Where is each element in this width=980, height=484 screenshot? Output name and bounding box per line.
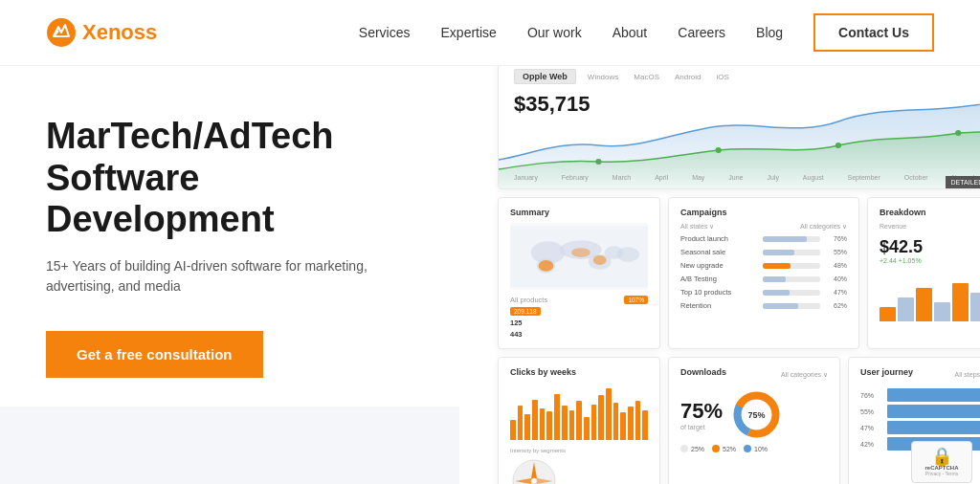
svg-point-16 <box>539 259 554 271</box>
campaign-row: New upgrade 48% <box>680 261 847 270</box>
charts-row-2: Summary <box>498 197 980 349</box>
downloads-donut: 75% of target 75% <box>680 388 828 441</box>
campaign-row: Retention 62% <box>680 301 847 310</box>
summary-card: Summary <box>498 197 660 349</box>
cta-button[interactable]: Get a free consultation <box>46 331 263 378</box>
svg-point-17 <box>571 248 590 257</box>
platform-windows[interactable]: Windows <box>588 73 618 81</box>
svg-point-7 <box>835 143 841 148</box>
svg-point-18 <box>593 255 607 265</box>
campaign-row: Top 10 products 47% <box>680 288 847 297</box>
world-map-svg <box>510 226 648 288</box>
user-journey-title: User journey <box>860 367 913 377</box>
platform-ios[interactable]: iOS <box>717 73 729 81</box>
downloads-pct: 75% <box>680 399 723 424</box>
main-content: MarTech/AdTech Software Development 15+ … <box>0 66 980 484</box>
logo[interactable]: Xenoss <box>46 17 157 48</box>
svg-text:75%: 75% <box>748 410 766 420</box>
clicks-bar-chart <box>510 383 648 440</box>
recaptcha-badge: 🔒 reCAPTCHA Privacy - Terms <box>911 441 972 483</box>
metric-row: 443 <box>510 330 648 339</box>
nav-about[interactable]: About <box>612 25 648 40</box>
svg-point-8 <box>955 130 961 136</box>
header: Xenoss Services Expertise Our work About… <box>0 0 980 66</box>
campaigns-title: Campaigns <box>680 208 847 217</box>
platform-android[interactable]: Android <box>675 73 702 81</box>
svg-point-24 <box>531 478 537 484</box>
nav-our-work[interactable]: Our work <box>527 25 582 40</box>
svg-point-5 <box>595 159 601 165</box>
campaign-row: A/B Testing 40% <box>680 275 847 283</box>
dashboard-section: Opple Web Windows MacOS Android iOS $35,… <box>459 66 980 484</box>
hero-section: MarTech/AdTech Software Development 15+ … <box>0 66 459 484</box>
downloads-title: Downloads <box>680 367 726 377</box>
contact-us-button[interactable]: Contact Us <box>813 13 934 52</box>
logo-icon <box>46 17 77 48</box>
platform-macos[interactable]: MacOS <box>634 73 659 81</box>
svg-point-6 <box>716 147 722 153</box>
hero-subtitle: 15+ Years of building AI-driven software… <box>46 256 371 297</box>
summary-metrics: All products 107% 209.118 125 443 <box>510 296 648 339</box>
chart-x-labels: January February March April May June Ju… <box>514 174 980 181</box>
campaign-row: Product launch 76% <box>680 234 847 243</box>
campaign-row: Seasonal sale 55% <box>680 248 847 256</box>
metric-row: All products 107% <box>510 296 648 304</box>
bottom-strip <box>0 407 459 484</box>
hero-title: MarTech/AdTech Software Development <box>46 116 413 241</box>
recaptcha-icon: 🔒 <box>931 448 952 465</box>
summary-title: Summary <box>510 208 648 217</box>
main-nav: Services Expertise Our work About Career… <box>359 13 934 52</box>
nav-blog[interactable]: Blog <box>756 25 783 40</box>
top-chart-card: Opple Web Windows MacOS Android iOS $35,… <box>498 66 980 189</box>
dashboard-container: Opple Web Windows MacOS Android iOS $35,… <box>498 66 980 484</box>
logo-text: Xenoss <box>82 20 157 45</box>
detailed-button[interactable]: DETAILED /... <box>946 176 980 188</box>
downloads-card: Downloads All categories ∨ 75% of target <box>668 357 840 484</box>
nav-careers[interactable]: Careers <box>678 25 725 40</box>
charts-row-3: Clicks by weeks <box>498 357 980 484</box>
nav-expertise[interactable]: Expertise <box>441 25 497 40</box>
metric-row: 209.118 <box>510 307 648 316</box>
metric-row: 125 <box>510 319 648 327</box>
svg-point-15 <box>616 247 639 262</box>
breakdown-value: $42.5 <box>880 237 980 257</box>
breakdown-card: Breakdown Revenue $42.5 +2.44 +1.05% <box>867 197 980 349</box>
breakdown-title: Breakdown <box>880 208 980 217</box>
intensity-chart <box>510 457 648 484</box>
nav-services[interactable]: Services <box>359 25 411 40</box>
world-map <box>510 223 648 290</box>
breakdown-chart <box>880 274 980 321</box>
chart-tab-opple[interactable]: Opple Web <box>514 69 576 84</box>
compass-icon <box>510 457 558 484</box>
campaigns-card: Campaigns All states ∨ All categories ∨ … <box>668 197 859 349</box>
clicks-title: Clicks by weeks <box>510 367 648 377</box>
donut-chart-svg: 75% <box>730 388 783 441</box>
clicks-card: Clicks by weeks <box>498 357 660 484</box>
